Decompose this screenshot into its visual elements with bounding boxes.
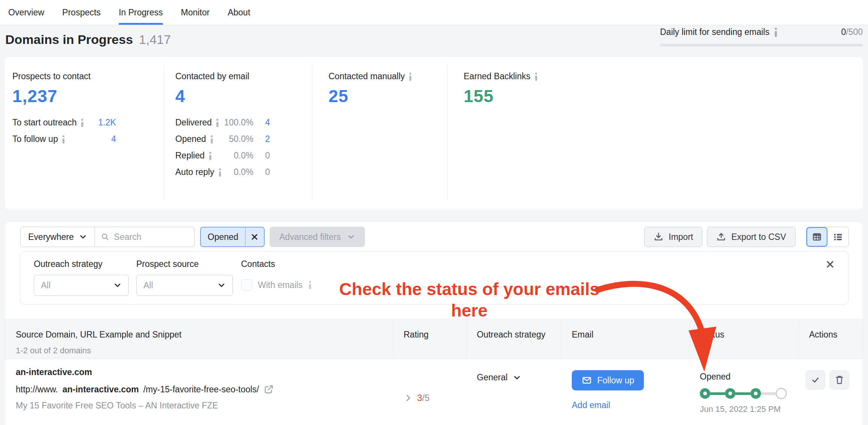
info-icon[interactable] — [80, 118, 84, 127]
stat-row-delivered: Delivered 100.0% 4 — [175, 118, 270, 128]
tutorial-annotation: Check the status of your emails here — [330, 279, 608, 321]
row-value-link[interactable]: 1.2K — [98, 118, 116, 128]
stat-contacted-by-email: Contacted by email 4 Delivered 100.0% 4 … — [164, 57, 312, 209]
stat-row-opened: Opened 50.0% 2 — [175, 134, 270, 144]
row-label: To follow up — [12, 134, 58, 144]
domain-count: 1,417 — [139, 32, 171, 47]
row-value-link[interactable]: 4 — [259, 118, 270, 128]
url-domain: an-interactive.com — [62, 384, 139, 395]
stats-panel: Prospects to contact 1,237 To start outr… — [5, 57, 863, 209]
prospect-source-label: Prospect source — [136, 259, 199, 269]
row-label: Replied — [175, 151, 205, 161]
close-icon — [825, 259, 835, 269]
daily-limit-total: /500 — [846, 27, 863, 37]
tab-about[interactable]: About — [228, 0, 250, 25]
info-icon[interactable] — [408, 72, 412, 81]
strategy-value: General — [477, 372, 508, 383]
stat-earned-backlinks: Earned Backlinks 155 — [447, 57, 863, 209]
filter-chip-label: Opened — [201, 228, 245, 246]
daily-limit-label: Daily limit for sending emails — [660, 27, 769, 37]
status-step-done — [750, 388, 761, 399]
annotation-arrow — [594, 280, 722, 385]
row-value: 0 — [259, 167, 270, 177]
stat-label: Earned Backlinks — [464, 71, 530, 81]
daily-limit-widget: Daily limit for sending emails 0 /500 — [660, 27, 863, 47]
main-panel: Everywhere Opened Advanced filters Impor… — [5, 222, 863, 425]
tab-in-progress[interactable]: In Progress — [119, 0, 163, 25]
stat-contacted-manually: Contacted manually 25 — [312, 57, 447, 209]
list-view-button[interactable] — [827, 227, 848, 247]
remove-filter-button[interactable] — [245, 228, 264, 246]
envelope-icon — [582, 375, 592, 386]
external-link-icon[interactable] — [264, 384, 274, 395]
rating-cell: 3/5 — [393, 359, 466, 425]
row-label: Opened — [175, 134, 206, 144]
stat-row-to-follow-up: To follow up 4 — [12, 134, 116, 144]
export-label: Export to CSV — [731, 232, 786, 242]
chevron-down-icon — [113, 281, 122, 289]
url-path: /my-15-favorite-free-seo-tools/ — [143, 384, 259, 395]
row-percent: 50.0% — [229, 134, 253, 144]
top-nav: Overview Prospects In Progress Monitor A… — [0, 0, 868, 25]
export-csv-button[interactable]: Export to CSV — [707, 227, 796, 247]
stat-value: 25 — [329, 86, 447, 106]
status-step-done — [700, 388, 710, 399]
stat-value: 4 — [175, 86, 312, 106]
mark-done-button[interactable] — [806, 370, 825, 390]
info-icon[interactable] — [218, 168, 222, 177]
info-icon[interactable] — [208, 151, 212, 160]
outreach-strategy-value: All — [41, 280, 51, 291]
status-progress-steps — [700, 388, 787, 399]
outreach-strategy-label: Outreach strategy — [34, 259, 102, 269]
with-emails-option: With emails — [241, 279, 312, 291]
with-emails-label: With emails — [258, 280, 303, 290]
source-domain[interactable]: an-interactive.com — [16, 367, 393, 377]
strategy-cell: General — [466, 359, 561, 425]
prospect-source-select[interactable]: All — [136, 275, 233, 296]
tab-monitor[interactable]: Monitor — [181, 0, 210, 25]
add-email-link[interactable]: Add email — [572, 400, 610, 410]
row-percent: 0.0% — [234, 151, 253, 161]
chevron-right-icon[interactable] — [404, 393, 413, 402]
stat-label: Contacted by email — [175, 71, 312, 81]
row-label: To start outreach — [12, 118, 77, 128]
strategy-dropdown[interactable]: General — [477, 359, 561, 383]
info-icon[interactable] — [774, 27, 778, 37]
stat-label: Prospects to contact — [12, 71, 164, 81]
check-icon — [810, 375, 821, 385]
column-outreach-strategy: Outreach strategy — [466, 319, 561, 359]
info-icon[interactable] — [62, 135, 65, 144]
with-emails-checkbox[interactable] — [241, 279, 252, 291]
import-button[interactable]: Import — [644, 227, 702, 247]
tab-overview[interactable]: Overview — [8, 0, 44, 25]
row-value: 0 — [259, 151, 270, 161]
table-subheader: 1-2 out of 2 domains — [16, 346, 393, 356]
advanced-filters-button[interactable]: Advanced filters — [270, 227, 365, 247]
close-filters-button[interactable] — [822, 256, 838, 273]
page-title-text: Domains in Progress — [5, 32, 133, 47]
import-icon — [654, 232, 663, 242]
delete-button[interactable] — [830, 370, 849, 390]
search-scope-dropdown[interactable]: Everywhere — [21, 227, 95, 247]
trash-icon — [834, 375, 845, 385]
chevron-down-icon — [79, 233, 87, 241]
table-header: Source Domain, URL Example and Snippet 1… — [5, 319, 863, 359]
prospect-source-value: All — [143, 280, 153, 291]
info-icon[interactable] — [534, 72, 538, 81]
search-control: Everywhere — [20, 227, 195, 247]
stat-row-auto-reply: Auto reply 0.0% 0 — [175, 167, 270, 177]
row-value-link[interactable]: 2 — [259, 134, 270, 144]
import-label: Import — [669, 232, 693, 242]
filter-chip-opened: Opened — [200, 227, 265, 247]
table-view-button[interactable] — [806, 227, 827, 247]
info-icon[interactable] — [215, 118, 219, 127]
tab-prospects[interactable]: Prospects — [62, 0, 101, 25]
annotation-line2: here — [330, 300, 608, 321]
table-view-icon — [812, 232, 822, 242]
info-icon[interactable] — [308, 280, 312, 289]
info-icon[interactable] — [210, 135, 214, 144]
stat-value: 155 — [464, 86, 863, 106]
row-value-link[interactable]: 4 — [111, 134, 116, 144]
outreach-strategy-select[interactable]: All — [34, 275, 129, 296]
search-input[interactable] — [114, 232, 188, 242]
